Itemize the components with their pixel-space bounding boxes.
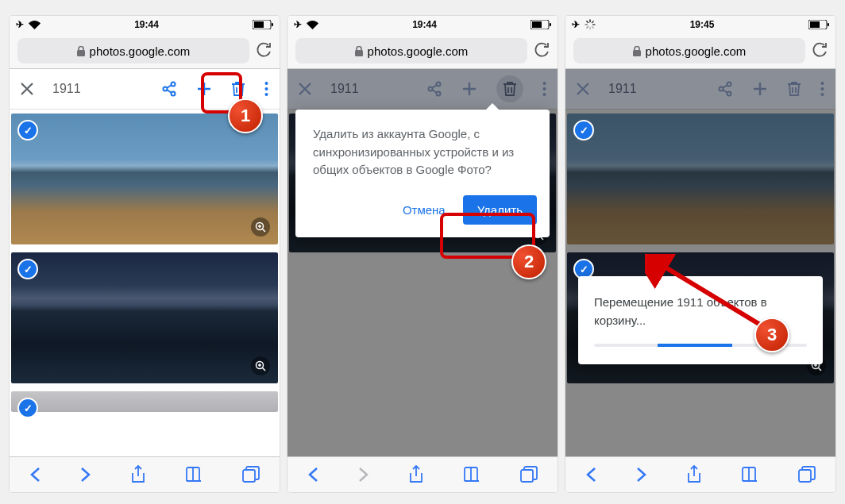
zoom-icon[interactable] — [251, 217, 270, 237]
svg-rect-35 — [828, 23, 829, 26]
photo-item[interactable]: ✓ — [11, 113, 278, 244]
url-text: photos.google.com — [646, 44, 747, 58]
svg-point-8 — [265, 87, 268, 90]
loading-spinner-icon — [585, 19, 596, 30]
svg-rect-14 — [532, 21, 542, 28]
photo-grid: ✓ ✓ ✓ — [10, 110, 280, 456]
back-icon[interactable] — [307, 467, 318, 483]
selected-check-icon: ✓ — [17, 120, 38, 140]
status-bar: ✈︎ 19:44 — [10, 16, 280, 33]
url-field[interactable]: photos.google.com — [295, 38, 527, 63]
share-action-icon[interactable] — [687, 465, 701, 484]
share-icon[interactable] — [161, 81, 177, 97]
svg-point-9 — [265, 93, 268, 96]
svg-rect-15 — [550, 23, 551, 26]
tabs-icon[interactable] — [798, 466, 816, 483]
svg-line-29 — [587, 21, 588, 23]
tabs-icon[interactable] — [242, 466, 260, 483]
add-icon — [461, 81, 477, 97]
browser-url-bar: photos.google.com — [10, 33, 280, 69]
delete-button[interactable]: Удалить — [463, 195, 537, 225]
cancel-button[interactable]: Отмена — [393, 197, 455, 223]
selected-check-icon: ✓ — [573, 120, 594, 140]
svg-rect-12 — [243, 470, 255, 482]
share-icon — [717, 81, 733, 97]
battery-icon — [808, 20, 829, 29]
svg-line-31 — [587, 27, 588, 29]
svg-point-7 — [265, 82, 268, 85]
svg-rect-1 — [254, 21, 264, 28]
share-icon — [426, 81, 442, 97]
url-field[interactable]: photos.google.com — [573, 38, 805, 63]
more-icon — [542, 81, 546, 97]
step-badge-2: 2 — [511, 244, 546, 279]
svg-rect-24 — [521, 470, 533, 482]
url-text: photos.google.com — [90, 44, 191, 58]
share-action-icon[interactable] — [131, 465, 145, 484]
phone-screenshot-2: ✈︎ 19:44 photos.google.com 1911 ✓ Удали — [287, 16, 558, 492]
close-icon[interactable] — [21, 83, 33, 95]
app-selection-toolbar: 1911 — [287, 69, 558, 110]
status-time: 19:44 — [134, 19, 159, 30]
bookmarks-icon[interactable] — [463, 467, 480, 483]
back-icon[interactable] — [585, 467, 596, 483]
dialog-message: Удалить из аккаунта Google, с синхронизи… — [295, 110, 550, 187]
svg-point-40 — [821, 82, 824, 85]
svg-rect-44 — [799, 470, 811, 482]
battery-icon — [531, 20, 551, 29]
lock-icon — [77, 46, 85, 56]
more-icon[interactable] — [264, 81, 268, 97]
status-time: 19:45 — [690, 19, 715, 30]
back-icon[interactable] — [29, 467, 41, 483]
svg-point-41 — [821, 87, 824, 90]
url-text: photos.google.com — [368, 44, 469, 58]
svg-point-42 — [821, 93, 824, 96]
wifi-icon — [29, 21, 41, 29]
browser-url-bar: photos.google.com — [287, 33, 558, 69]
selected-check-icon: ✓ — [17, 259, 38, 279]
add-icon[interactable] — [196, 81, 212, 97]
refresh-icon[interactable] — [534, 42, 550, 60]
refresh-icon[interactable] — [256, 42, 272, 60]
safari-bottom-nav — [10, 456, 280, 492]
bookmarks-icon[interactable] — [185, 467, 203, 483]
step-badge-1: 1 — [228, 98, 263, 133]
photo-item: ✓ — [567, 113, 834, 244]
photo-grid: ✓ ✓ Перемещение 1911 объектов в корзину.… — [565, 110, 835, 456]
svg-rect-16 — [355, 50, 363, 56]
delete-confirm-dialog: Удалить из аккаунта Google, с синхронизи… — [295, 110, 550, 237]
selection-count: 1911 — [608, 82, 637, 96]
forward-icon[interactable] — [636, 467, 647, 483]
progress-dialog: Перемещение 1911 объектов в корзину... — [578, 276, 823, 364]
safari-bottom-nav — [287, 456, 558, 492]
photo-grid: ✓ Удалить из аккаунта Google, с синхрони… — [287, 110, 558, 456]
svg-point-20 — [543, 82, 546, 85]
airplane-mode-icon: ✈︎ — [572, 19, 580, 30]
trash-icon[interactable] — [231, 81, 245, 97]
svg-rect-34 — [810, 21, 820, 28]
status-bar: ✈︎ 19:44 — [287, 16, 558, 33]
refresh-icon[interactable] — [812, 42, 828, 60]
bookmarks-icon[interactable] — [741, 467, 758, 483]
photo-item[interactable]: ✓ — [11, 391, 278, 412]
svg-point-22 — [543, 93, 546, 96]
selection-count: 1911 — [52, 82, 81, 96]
lock-icon — [633, 46, 641, 56]
more-icon — [820, 81, 824, 97]
svg-line-32 — [592, 21, 594, 23]
status-time: 19:44 — [412, 19, 437, 30]
status-bar: ✈︎ 19:45 — [565, 16, 835, 33]
zoom-icon[interactable] — [251, 356, 270, 375]
step-badge-3: 3 — [754, 317, 789, 352]
url-field[interactable]: photos.google.com — [17, 38, 249, 63]
svg-rect-3 — [77, 50, 85, 56]
wifi-icon — [307, 21, 318, 29]
selection-count: 1911 — [330, 82, 359, 96]
svg-rect-2 — [272, 23, 273, 26]
share-action-icon[interactable] — [409, 465, 423, 484]
forward-icon[interactable] — [80, 467, 91, 483]
forward-icon — [358, 467, 369, 483]
photo-item[interactable]: ✓ — [11, 252, 278, 383]
tutorial-container: ✈︎ 19:44 photos.google.com 1911 ✓ ✓ — [10, 16, 835, 492]
tabs-icon[interactable] — [520, 466, 538, 483]
